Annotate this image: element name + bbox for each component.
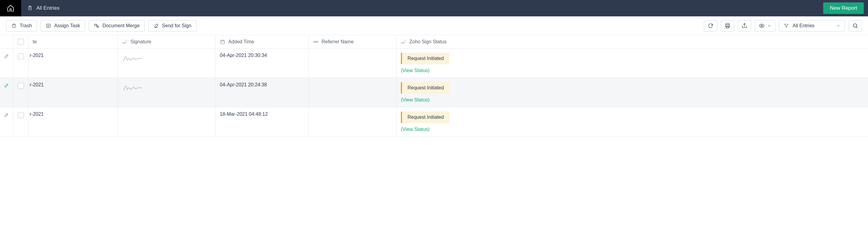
home-icon [7,4,14,12]
merge-icon [94,23,99,29]
sign-icon [154,23,159,29]
link-icon [313,39,318,44]
added-time-cell: 04-Apr-2021 20:24:38 [220,82,267,88]
calendar-icon [220,39,225,44]
search-icon [852,23,858,29]
svg-rect-4 [97,26,99,27]
visibility-button[interactable] [755,20,775,31]
status-badge: Request Initiated [401,82,449,94]
home-button[interactable] [0,0,21,17]
share-icon [741,23,747,29]
filter-select[interactable]: All Entries [779,20,845,31]
view-status-link[interactable]: (View Status) [401,97,430,103]
chevron-down-icon [836,24,840,28]
signature-cell [122,53,143,65]
send-for-sign-label: Send for Sign [162,23,191,29]
edit-row-button[interactable] [4,53,9,60]
row-checkbox[interactable] [18,83,24,89]
document-merge-label: Document Merge [102,23,140,29]
status-badge: Request Initiated [401,112,449,123]
assign-task-button[interactable]: Assign Task [40,20,85,31]
table-header: te Signature Added Time Referrer Name Zo… [0,35,868,49]
eye-icon [759,23,765,29]
table-row[interactable]: r-2021 04-Apr-2021 20:30:34 Request Init… [0,49,868,78]
select-all-checkbox[interactable] [18,39,24,45]
edit-column-header [0,35,13,48]
print-icon [724,23,731,29]
toolbar: Trash Assign Task Document Merge Send fo… [0,17,868,35]
send-for-sign-button[interactable]: Send for Sign [148,20,196,31]
document-merge-button[interactable]: Document Merge [89,20,145,31]
signature-column-header[interactable]: Signature [118,35,216,48]
table-row[interactable]: r-2021 18-Mar-2021 04:48:12 Request Init… [0,107,868,136]
signature-cell [122,82,143,94]
trash-button[interactable]: Trash [6,20,37,31]
page-title-button[interactable]: All Entries [21,0,66,17]
date-cell: r-2021 [30,112,43,117]
edit-row-button[interactable] [4,112,9,119]
signature-icon [122,39,127,44]
new-report-button[interactable]: New Report [823,2,864,14]
view-status-link[interactable]: (View Status) [401,68,430,73]
page-title: All Entries [36,5,60,11]
referrer-column-header[interactable]: Referrer Name [309,35,397,48]
list-icon [46,23,51,29]
edit-row-button[interactable] [4,83,9,89]
filter-selected-label: All Entries [793,23,833,29]
refresh-icon [708,23,714,29]
filter-icon [783,23,789,29]
table-row[interactable]: r-2021 04-Apr-2021 20:24:38 Request Init… [0,78,868,107]
added-time-cell: 04-Apr-2021 20:30:34 [220,53,267,58]
row-checkbox[interactable] [18,112,24,118]
assign-task-label: Assign Task [54,23,80,29]
top-nav: All Entries New Report [0,0,868,17]
date-cell: r-2021 [30,53,43,58]
chevron-down-icon [767,24,771,28]
share-button[interactable] [738,20,751,31]
svg-rect-7 [726,26,729,28]
row-checkbox[interactable] [18,53,24,59]
svg-rect-3 [95,24,97,26]
svg-rect-10 [221,40,224,43]
signature-icon [401,39,406,44]
status-badge: Request Initiated [401,53,449,64]
date-column-header[interactable]: te [28,35,118,48]
search-button[interactable] [848,20,862,31]
select-all-header [13,35,28,48]
refresh-button[interactable] [704,20,717,31]
added-time-cell: 18-Mar-2021 04:48:12 [220,112,268,117]
svg-point-8 [761,25,763,26]
trash-icon [11,23,17,29]
clipboard-icon [27,5,33,11]
svg-point-9 [853,24,857,27]
view-status-link[interactable]: (View Status) [401,127,430,132]
trash-label: Trash [20,23,32,29]
date-cell: r-2021 [30,82,43,88]
added-time-column-header[interactable]: Added Time [216,35,309,48]
sign-status-column-header[interactable]: Zoho Sign Status [397,35,868,48]
print-button[interactable] [721,20,734,31]
entries-table: te Signature Added Time Referrer Name Zo… [0,35,868,136]
